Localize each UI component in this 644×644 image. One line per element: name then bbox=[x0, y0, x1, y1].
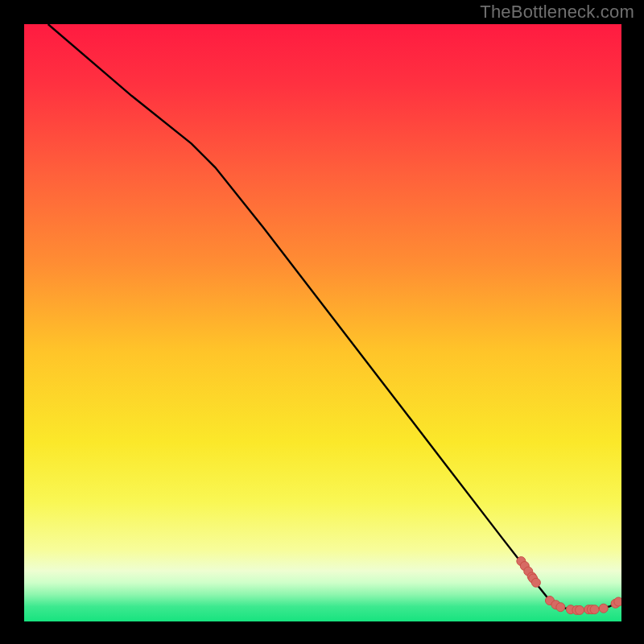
gradient-background bbox=[24, 24, 621, 621]
data-point bbox=[576, 605, 584, 614]
chart-svg bbox=[24, 24, 621, 621]
attribution-text: TheBottleneck.com bbox=[480, 2, 634, 23]
data-point bbox=[614, 597, 621, 606]
data-point bbox=[556, 603, 565, 612]
chart-area bbox=[24, 24, 621, 621]
data-point bbox=[531, 578, 540, 587]
data-point bbox=[590, 605, 599, 614]
data-point bbox=[599, 604, 608, 613]
